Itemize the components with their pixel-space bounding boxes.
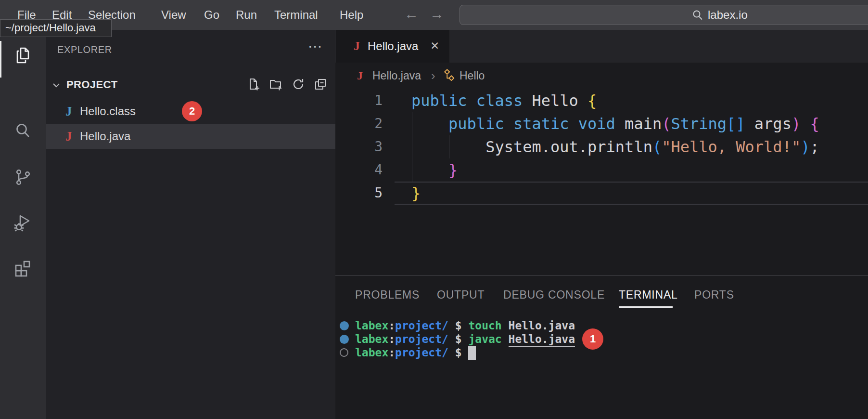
- panel-tab-problems[interactable]: PROBLEMS: [355, 288, 420, 302]
- terminal-cursor: [468, 346, 476, 360]
- panel-tab-ports[interactable]: PORTS: [694, 288, 734, 302]
- tab-label: Hello.java: [368, 30, 418, 63]
- source-control-icon[interactable]: [13, 167, 34, 188]
- file-name: Hello.class: [80, 99, 136, 124]
- file-row-hello-class[interactable]: JHello.class2: [46, 99, 335, 124]
- tooltip-text: ~/project/Hello.java: [5, 22, 96, 34]
- menu-item-run[interactable]: Run: [236, 0, 257, 30]
- chevron-down-icon: [51, 80, 62, 91]
- breadcrumb: J Hello.java › Hello: [335, 63, 868, 89]
- explorer-sidebar: EXPLORER ⋯ PROJECT: [46, 30, 335, 419]
- code-line-4[interactable]: 4 }: [335, 158, 868, 182]
- code-text: }: [411, 158, 458, 182]
- code-line-3[interactable]: 3 System.out.println("Hello, World!");: [335, 135, 868, 158]
- indent-guide: [412, 112, 412, 182]
- menu-item-view[interactable]: View: [161, 0, 186, 30]
- new-folder-icon[interactable]: [268, 77, 284, 92]
- tab-hello-java[interactable]: J Hello.java ✕: [336, 30, 449, 63]
- vscode-window: FileEditSelectionViewGoRunTerminalHelp ←…: [0, 0, 868, 419]
- panel-tab-debug-console[interactable]: DEBUG CONSOLE: [503, 288, 605, 302]
- code-line-2[interactable]: 2 public static void main(String[] args)…: [335, 112, 868, 135]
- code-line-5[interactable]: 5}: [335, 182, 868, 205]
- active-panel-tab-underline: [619, 306, 673, 308]
- bottom-panel: PROBLEMSOUTPUTDEBUG CONSOLETERMINALPORTS…: [335, 275, 868, 419]
- code-line-1[interactable]: 1public class Hello {: [335, 89, 868, 112]
- active-view-indicator: [0, 41, 1, 78]
- close-icon[interactable]: ✕: [430, 30, 439, 63]
- editor-pane: J Hello.java › Hello 1public class Hello…: [335, 63, 868, 275]
- search-icon: [692, 9, 703, 21]
- explorer-more-actions-button[interactable]: ⋯: [308, 38, 322, 54]
- path-tooltip: ~/project/Hello.java: [0, 19, 112, 37]
- menu-item-go[interactable]: Go: [204, 0, 219, 30]
- refresh-icon[interactable]: [291, 77, 306, 92]
- extensions-icon[interactable]: [13, 258, 34, 279]
- project-section-header[interactable]: PROJECT: [46, 72, 335, 97]
- line-number: 1: [335, 89, 383, 112]
- java-file-icon: J: [354, 30, 360, 63]
- java-file-icon: J: [357, 63, 363, 89]
- terminal-line: labex:project/ $: [355, 346, 476, 360]
- terminal-dot-filled-icon: [340, 335, 349, 344]
- error-count-badge: 2: [182, 101, 202, 121]
- indent-guide: [449, 135, 449, 158]
- code-text: }: [411, 182, 421, 205]
- breadcrumb-file[interactable]: Hello.java: [372, 63, 421, 89]
- code-text: System.out.println("Hello, World!");: [411, 135, 819, 158]
- explorer-title: EXPLORER: [57, 44, 112, 55]
- file-name: Hello.java: [80, 124, 130, 149]
- code-text: public static void main(String[] args) {: [411, 112, 819, 135]
- command-center-search[interactable]: labex.io: [460, 5, 868, 25]
- breadcrumb-symbol[interactable]: Hello: [460, 63, 485, 89]
- explorer-icon[interactable]: [13, 45, 34, 66]
- line-number: 5: [335, 182, 383, 205]
- menu-item-terminal[interactable]: Terminal: [274, 0, 318, 30]
- line-number: 3: [335, 135, 383, 158]
- panel-tab-terminal[interactable]: TERMINAL: [619, 288, 678, 302]
- panel-tab-output[interactable]: OUTPUT: [437, 288, 485, 302]
- breadcrumb-separator: ›: [431, 63, 435, 89]
- run-debug-icon[interactable]: [13, 213, 34, 234]
- java-file-icon: J: [65, 99, 72, 124]
- file-row-hello-java[interactable]: JHello.java: [46, 124, 335, 149]
- menu-bar: FileEditSelectionViewGoRunTerminalHelp ←…: [0, 0, 868, 30]
- terminal-dot-filled-icon: [340, 321, 349, 330]
- line-number: 4: [335, 158, 383, 182]
- menu-item-help[interactable]: Help: [340, 0, 363, 30]
- search-box-text: labex.io: [708, 8, 748, 22]
- step-badge: 1: [582, 328, 603, 350]
- new-file-icon[interactable]: [246, 77, 262, 92]
- code-text: public class Hello {: [411, 89, 597, 112]
- java-file-icon: J: [65, 124, 72, 149]
- collapse-all-icon[interactable]: [313, 77, 329, 92]
- terminal-dot-empty-icon: [340, 348, 348, 357]
- activity-bar: [0, 30, 46, 419]
- project-section-label: PROJECT: [66, 72, 118, 97]
- back-arrow-button[interactable]: ←: [404, 0, 419, 30]
- editor-tab-strip: J Hello.java ✕: [335, 30, 868, 63]
- terminal-line: labex:project/ $ touch Hello.java: [355, 319, 575, 333]
- terminal-line: labex:project/ $ javac Hello.java: [355, 332, 575, 346]
- forward-arrow-button[interactable]: →: [430, 0, 444, 30]
- line-number: 2: [335, 112, 383, 135]
- search-view-icon[interactable]: [13, 120, 34, 142]
